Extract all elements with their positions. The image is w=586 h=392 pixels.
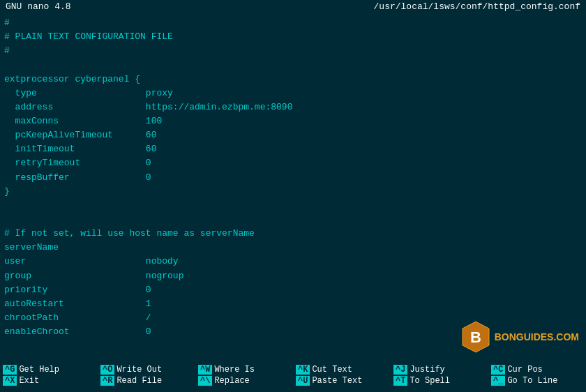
shortcut-key[interactable]: ^X bbox=[3, 376, 17, 386]
svg-text:B: B bbox=[470, 329, 481, 346]
shortcut-key[interactable]: ^W bbox=[198, 365, 212, 375]
editor-line: # If not set, will use host name as serv… bbox=[4, 227, 582, 241]
editor-line: retryTimeout 0 bbox=[4, 156, 582, 170]
editor-line bbox=[4, 58, 582, 72]
shortcut-label: Go To Line bbox=[507, 376, 557, 386]
editor-line: autoRestart 1 bbox=[4, 297, 582, 311]
shortcut-group: ^CCur Pos^_Go To Line bbox=[488, 359, 586, 392]
editor-line bbox=[4, 199, 582, 213]
editor-line: # bbox=[4, 16, 582, 30]
editor-line bbox=[4, 213, 582, 227]
shortcut-group: ^JJustify^TTo Spell bbox=[391, 359, 488, 392]
shortcut-label: Write Out bbox=[117, 365, 162, 375]
shortcut-label: Justify bbox=[410, 365, 444, 375]
app-name: GNU nano 4.8 bbox=[6, 1, 71, 12]
shortcut-label: Exit bbox=[19, 376, 39, 386]
editor-line: serverName bbox=[4, 241, 582, 255]
shortcut-label: Cut Text bbox=[312, 365, 352, 375]
shortcut-key[interactable]: ^O bbox=[100, 365, 114, 375]
editor-line: initTimeout 60 bbox=[4, 142, 582, 156]
logo-hex-icon: B bbox=[461, 320, 490, 354]
editor-line: address https://admin.ezbpm.me:8090 bbox=[4, 100, 582, 114]
file-path: /usr/local/lsws/conf/httpd_config.conf bbox=[374, 1, 580, 12]
shortcut-group: ^OWrite Out^RRead File bbox=[98, 359, 195, 392]
shortcut-group: ^WWhere Is^\Replace bbox=[195, 359, 293, 392]
shortcut-key[interactable]: ^_ bbox=[491, 376, 505, 386]
editor-line: maxConns 100 bbox=[4, 114, 582, 128]
editor-line: group nogroup bbox=[4, 269, 582, 283]
editor-line: # bbox=[4, 44, 582, 58]
shortcut-label: Replace bbox=[214, 376, 249, 386]
shortcut-label: Paste Text bbox=[312, 376, 362, 386]
editor-line: type proxy bbox=[4, 86, 582, 100]
editor-line: user nobody bbox=[4, 255, 582, 269]
bonguides-label: BONGUIDES.COM bbox=[495, 331, 579, 342]
shortcut-key[interactable]: ^U bbox=[296, 376, 310, 386]
shortcut-key[interactable]: ^T bbox=[393, 376, 407, 386]
editor-line: extprocessor cyberpanel { bbox=[4, 73, 582, 86]
shortcut-label: Read File bbox=[117, 376, 162, 386]
editor-line: # PLAIN TEXT CONFIGURATION FILE bbox=[4, 30, 582, 44]
bottom-bar: ^GGet Help^XExit^OWrite Out^RRead File^W… bbox=[0, 359, 586, 392]
shortcut-label: To Spell bbox=[410, 376, 450, 386]
shortcut-group: ^KCut Text^UPaste Text bbox=[293, 359, 391, 392]
shortcut-key[interactable]: ^C bbox=[491, 365, 505, 375]
editor-line: pcKeepAliveTimeout 60 bbox=[4, 128, 582, 142]
shortcut-label: Cur Pos bbox=[507, 365, 542, 375]
shortcut-key[interactable]: ^K bbox=[296, 365, 310, 375]
shortcut-group: ^GGet Help^XExit bbox=[0, 359, 98, 392]
shortcut-key[interactable]: ^\ bbox=[198, 376, 212, 386]
editor-area[interactable]: ## PLAIN TEXT CONFIGURATION FILE# extpro… bbox=[0, 13, 586, 341]
editor-line: priority 0 bbox=[4, 283, 582, 297]
shortcut-key[interactable]: ^G bbox=[3, 365, 17, 375]
shortcut-label: Where Is bbox=[214, 365, 255, 375]
editor-line: respBuffer 0 bbox=[4, 171, 582, 185]
shortcut-label: Get Help bbox=[19, 365, 59, 375]
shortcut-key[interactable]: ^J bbox=[393, 365, 407, 375]
shortcut-key[interactable]: ^R bbox=[100, 376, 114, 386]
title-bar: GNU nano 4.8 /usr/local/lsws/conf/httpd_… bbox=[0, 0, 586, 13]
logo-watermark: B BONGUIDES.COM bbox=[461, 320, 579, 354]
editor-line: } bbox=[4, 185, 582, 199]
